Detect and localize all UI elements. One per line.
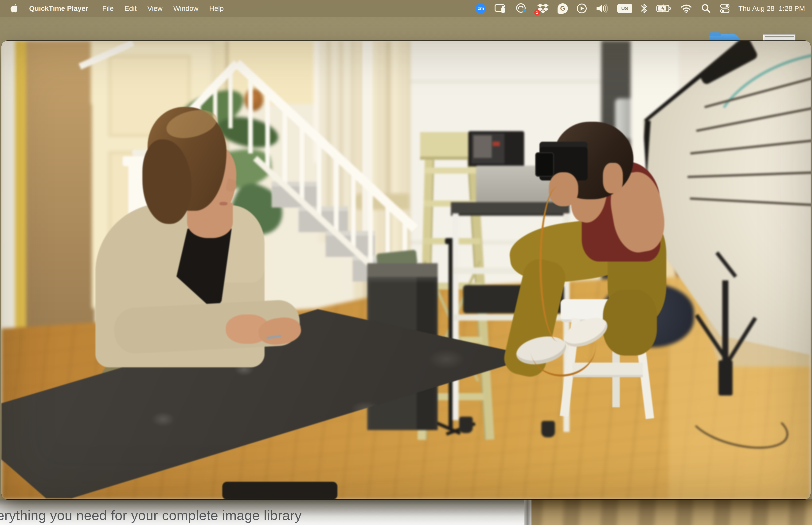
page-scrollbar[interactable] xyxy=(524,499,532,525)
blurred-wood-image xyxy=(532,499,812,525)
menu-edit[interactable]: Edit xyxy=(124,4,137,13)
menu-file[interactable]: File xyxy=(102,4,113,13)
wifi-icon[interactable] xyxy=(680,3,692,14)
menu-help[interactable]: Help xyxy=(209,4,224,13)
creative-cloud-sync-icon[interactable] xyxy=(515,3,528,14)
right-pane-image xyxy=(532,499,812,525)
volume-icon[interactable] xyxy=(596,3,609,14)
play-circle-icon[interactable] xyxy=(576,3,587,14)
battery-charging-icon[interactable] xyxy=(656,3,672,14)
menu-bar: QuickTime Player File Edit View Window H… xyxy=(0,0,812,17)
spotlight-search-icon[interactable] xyxy=(701,3,711,14)
menu-view[interactable]: View xyxy=(147,4,162,13)
quicktime-player-window[interactable] xyxy=(1,41,811,499)
page-headline: erything you need for your complete imag… xyxy=(0,507,302,523)
browser-page-behind[interactable]: erything you need for your complete imag… xyxy=(0,499,524,525)
vignette xyxy=(1,41,811,499)
zoom-app-icon[interactable]: zm xyxy=(476,3,486,14)
control-center-icon[interactable] xyxy=(720,3,730,14)
dropbox-icon[interactable]: 1 xyxy=(537,3,549,14)
grammarly-icon[interactable]: G xyxy=(557,3,568,14)
bluetooth-icon[interactable] xyxy=(641,3,648,14)
scene-foreground xyxy=(1,41,811,499)
video-frame[interactable] xyxy=(1,41,811,499)
dropbox-badge: 1 xyxy=(534,10,540,15)
keyboard-layout-badge[interactable]: US xyxy=(617,4,632,13)
menu-window[interactable]: Window xyxy=(173,4,199,13)
menu-bar-clock[interactable]: Thu Aug 28 1:28 PM xyxy=(738,4,805,13)
apple-menu-icon[interactable] xyxy=(10,4,18,13)
active-app-menu[interactable]: QuickTime Player xyxy=(29,4,88,13)
screen-mirroring-icon[interactable] xyxy=(494,3,507,14)
